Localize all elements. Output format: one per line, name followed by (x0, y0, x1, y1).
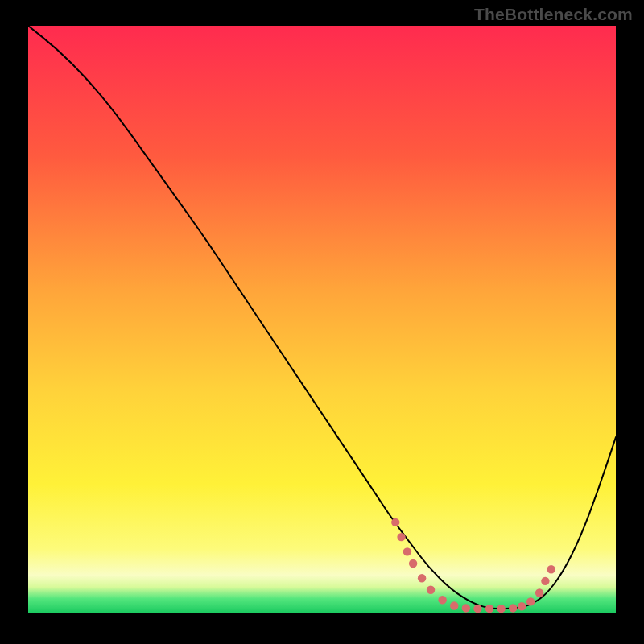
valley-dot (541, 577, 549, 585)
valley-dot (438, 596, 446, 604)
valley-dot (418, 574, 426, 582)
valley-dot (403, 547, 411, 555)
valley-dot (450, 601, 458, 609)
valley-dot (497, 605, 505, 613)
chart-container: TheBottleneck.com (0, 0, 644, 644)
valley-dot (427, 586, 435, 594)
watermark-text: TheBottleneck.com (474, 5, 633, 24)
plot-area (28, 26, 616, 613)
valley-dot (485, 605, 493, 613)
valley-dot (518, 602, 526, 610)
valley-dot (473, 605, 481, 613)
valley-dot (409, 559, 417, 568)
valley-dot (547, 565, 555, 573)
valley-dot (509, 604, 517, 612)
chart-svg (28, 26, 616, 613)
valley-dot (397, 533, 405, 541)
valley-dot (391, 518, 399, 526)
valley-dot (462, 604, 470, 612)
valley-dot (526, 597, 535, 605)
valley-dot (535, 588, 543, 597)
